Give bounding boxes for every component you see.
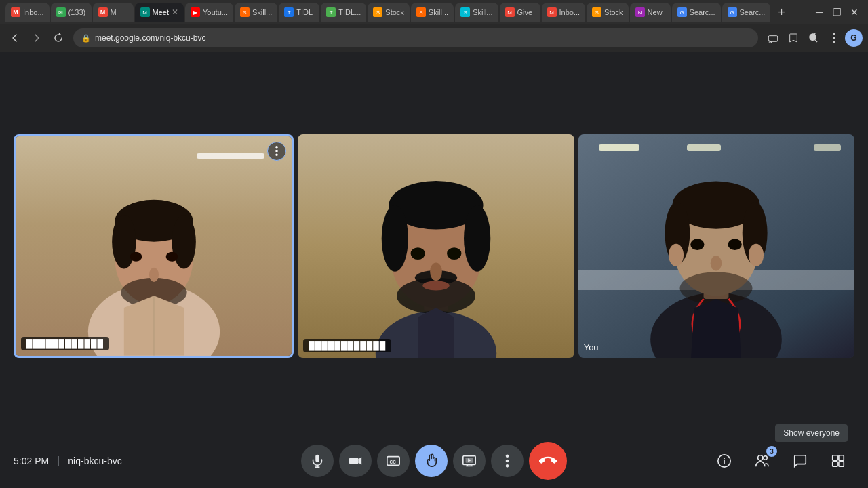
bookmark-button[interactable] [784, 28, 803, 47]
tab-skillshare[interactable]: S Skill... [455, 3, 498, 22]
tidl1-favicon: T [284, 7, 294, 17]
tab-gmail1-title: Inbo... [23, 8, 44, 16]
svg-point-17 [276, 154, 279, 157]
address-bar[interactable]: 🔒 meet.google.com/niq-bkcu-bvc [73, 28, 758, 47]
show-everyone-text: Show everyone [783, 428, 840, 438]
more-options-button[interactable] [491, 445, 524, 477]
skill2-favicon: S [416, 7, 426, 17]
close-button[interactable]: ✕ [846, 4, 863, 20]
tab-stock1-title: Stock [385, 8, 404, 16]
inbox-favicon: M [547, 7, 557, 17]
svg-rect-42 [315, 455, 319, 462]
tab-notif[interactable]: ✉ (133) [51, 3, 92, 22]
svg-point-41 [711, 256, 722, 270]
svg-point-12 [165, 252, 178, 262]
tab-notif-title: (133) [68, 8, 86, 16]
svg-point-28 [430, 262, 442, 281]
tab-stock2-title: Stock [604, 8, 623, 16]
tab-gmail2-title: M [111, 8, 117, 16]
svg-point-3 [833, 41, 835, 43]
tab-search1[interactable]: G Searc... [672, 3, 721, 22]
tab-skill2[interactable]: S Skill... [411, 3, 454, 22]
tab-search1-title: Searc... [690, 8, 715, 16]
tab-youtube-title: Youtu... [203, 8, 228, 16]
meeting-time: 5:02 PM [14, 455, 49, 466]
tab-skill2-title: Skill... [429, 8, 448, 16]
meet-favicon: M [140, 7, 150, 17]
svg-point-16 [276, 150, 279, 152]
tab-new1[interactable]: N New [630, 3, 671, 22]
video-tile-1: ████████████ [14, 134, 294, 358]
browser-chrome: M Inbo... ✉ (133) M M M Meet ✕ ▶ Youtu..… [0, 0, 868, 52]
video-tile-2: ████████████ [298, 134, 574, 358]
profile-avatar[interactable]: G [845, 29, 863, 47]
info-button[interactable] [708, 445, 741, 477]
tab-inbox[interactable]: M Inbo... [542, 3, 586, 22]
menu-button[interactable] [825, 28, 844, 47]
svg-rect-58 [833, 455, 837, 460]
activities-button[interactable] [822, 445, 854, 477]
meeting-code: niq-bkcu-bvc [68, 455, 121, 466]
forward-button[interactable] [27, 28, 46, 47]
tab-tidl1[interactable]: T TIDL [279, 3, 319, 22]
tab-tidl2[interactable]: T TIDL... [321, 3, 366, 22]
svg-rect-59 [839, 455, 844, 460]
end-call-button[interactable] [529, 442, 567, 480]
tab-give[interactable]: M Give [500, 3, 540, 22]
tab-skill1[interactable]: S Skill... [235, 3, 277, 22]
tab-gmail2[interactable]: M M [93, 3, 134, 22]
tab-bar: M Inbo... ✉ (133) M M M Meet ✕ ▶ Youtu..… [0, 0, 868, 24]
gmail1-favicon: M [11, 7, 20, 17]
refresh-button[interactable] [49, 28, 68, 47]
svg-point-52 [506, 464, 509, 468]
tab-meet[interactable]: M Meet ✕ [135, 3, 184, 22]
tab-meet-title: Meet [153, 8, 169, 16]
svg-point-13 [149, 268, 159, 282]
tab-search2[interactable]: G Searc... [722, 3, 771, 22]
tab-tidl2-title: TIDL... [338, 8, 361, 16]
tab-skill1-title: Skill... [252, 8, 272, 16]
cast-button[interactable] [764, 28, 783, 47]
camera-button[interactable] [339, 445, 372, 477]
svg-point-56 [758, 455, 763, 460]
gmail2-favicon: M [98, 7, 108, 17]
participant-1-name-tag: ████████████ [21, 337, 109, 350]
tab-youtube[interactable]: ▶ Youtu... [185, 3, 233, 22]
videos-area: ████████████ [0, 52, 868, 434]
tab-meet-close[interactable]: ✕ [172, 7, 178, 17]
minimize-button[interactable]: ─ [811, 4, 827, 20]
person-svg-3 [606, 146, 827, 359]
show-everyone-tooltip: Show everyone [775, 424, 848, 442]
skill1-favicon: S [240, 7, 250, 17]
captions-button[interactable]: CC [377, 445, 410, 477]
participant-2-name: ████████████ [309, 341, 386, 350]
raise-hand-button[interactable] [415, 445, 448, 477]
tab-stock2[interactable]: S Stock [587, 3, 629, 22]
meeting-controls: CC [301, 442, 567, 480]
skillshare-favicon: S [460, 7, 470, 17]
svg-point-15 [276, 146, 279, 149]
ssl-lock-icon: 🔒 [81, 34, 91, 43]
svg-point-51 [506, 460, 509, 463]
tab-tidl1-title: TIDL [296, 8, 313, 16]
video-feed-3 [578, 134, 854, 358]
bottom-controls-bar: 5:02 PM | niq-bkcu-bvc [0, 434, 868, 488]
people-button[interactable]: 3 [746, 445, 778, 477]
meet-info: 5:02 PM | niq-bkcu-bvc [14, 455, 122, 467]
give-favicon: M [505, 7, 515, 17]
tab-stock1[interactable]: S Stock [368, 3, 410, 22]
meet-container: ████████████ [0, 52, 868, 488]
extension-button[interactable] [804, 28, 823, 47]
restore-button[interactable]: ❐ [829, 4, 845, 20]
youtube-favicon: ▶ [191, 7, 200, 17]
present-button[interactable] [453, 445, 486, 477]
new-tab-button[interactable]: + [772, 3, 791, 22]
mic-button[interactable] [301, 445, 334, 477]
svg-rect-60 [833, 462, 837, 466]
chat-button[interactable] [784, 445, 816, 477]
tab-gmail1[interactable]: M Inbo... [5, 3, 50, 22]
svg-point-22 [382, 205, 408, 272]
info-divider: | [57, 455, 60, 467]
svg-point-2 [833, 37, 835, 39]
back-button[interactable] [5, 28, 24, 47]
